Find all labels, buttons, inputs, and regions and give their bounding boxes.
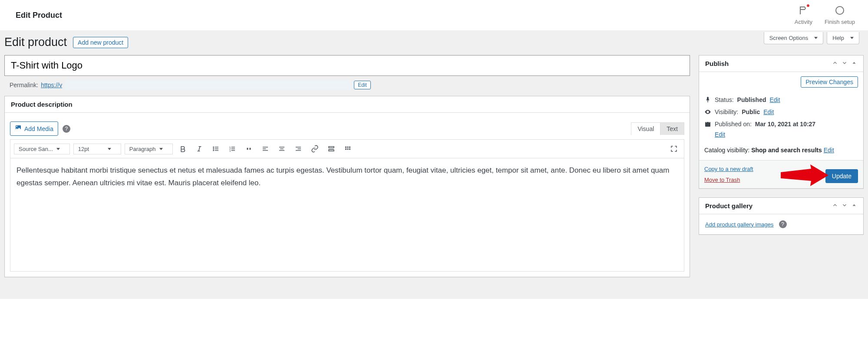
bold-button[interactable]	[176, 142, 189, 155]
circle-icon	[835, 5, 845, 17]
editor-toolbar: Source San... 12pt Paragraph	[10, 140, 684, 158]
move-down-button[interactable]	[842, 202, 848, 210]
topbar-title: Edit Product	[16, 11, 62, 20]
pin-icon	[704, 96, 711, 103]
svg-text:3: 3	[229, 150, 231, 152]
activity-button[interactable]: Activity	[795, 5, 812, 25]
flag-icon	[798, 5, 809, 17]
toggle-panel-button[interactable]	[851, 202, 857, 210]
product-description-panel: Product description Add Media	[4, 96, 690, 277]
permalink-redacted	[65, 80, 351, 90]
add-media-button[interactable]: Add Media	[10, 121, 58, 136]
svg-marker-34	[853, 62, 856, 64]
catalog-label: Catalog visibility:	[704, 147, 749, 154]
numbered-list-button[interactable]: 123	[226, 142, 239, 155]
visibility-label: Visibility:	[715, 108, 738, 115]
screen-options-label: Screen Options	[769, 35, 809, 41]
tab-visual[interactable]: Visual	[631, 123, 660, 135]
move-down-button[interactable]	[842, 60, 848, 67]
calendar-icon	[704, 121, 711, 128]
permalink-label: Permalink:	[10, 82, 38, 88]
panel-title: Product description	[11, 101, 73, 108]
svg-rect-30	[349, 147, 350, 148]
status-edit-link[interactable]: Edit	[770, 96, 780, 103]
screen-options-button[interactable]: Screen Options	[764, 32, 824, 44]
permalink-edit-button[interactable]: Edit	[354, 81, 371, 89]
italic-button[interactable]	[193, 142, 206, 155]
svg-line-3	[198, 147, 200, 151]
editor-wrap: Source San... 12pt Paragraph	[10, 139, 684, 272]
svg-rect-31	[345, 148, 347, 150]
svg-rect-33	[349, 148, 350, 150]
add-media-label: Add Media	[24, 125, 53, 132]
visibility-value: Public	[742, 108, 760, 115]
toggle-panel-button[interactable]	[851, 60, 857, 67]
finish-setup-button[interactable]: Finish setup	[825, 5, 855, 25]
link-button[interactable]	[308, 142, 321, 155]
permalink-link[interactable]: https://v	[41, 82, 62, 88]
chevron-down-icon	[814, 37, 818, 39]
align-right-button[interactable]	[292, 142, 305, 155]
finish-setup-label: Finish setup	[825, 19, 855, 25]
panel-title: Product gallery	[705, 202, 752, 210]
visibility-edit-link[interactable]: Edit	[763, 108, 774, 115]
chevron-down-icon	[56, 148, 60, 150]
chevron-down-icon	[159, 148, 163, 150]
permalink-row: Permalink: https://v Edit	[4, 76, 690, 96]
page-title: Edit product	[4, 36, 67, 49]
help-icon: ?	[63, 125, 70, 133]
add-new-product-button[interactable]: Add new product	[73, 37, 128, 48]
help-icon: ?	[779, 220, 787, 228]
product-gallery-panel: Product gallery Add product gallery imag…	[699, 197, 864, 235]
preview-changes-button[interactable]: Preview Changes	[801, 76, 858, 88]
font-size-select[interactable]: 12pt	[73, 144, 121, 154]
screen-meta-links: Screen Options Help	[764, 30, 859, 44]
svg-rect-32	[347, 148, 348, 150]
update-button[interactable]: Update	[825, 169, 858, 183]
catalog-value: Shop and search results	[751, 147, 822, 154]
svg-marker-40	[853, 204, 856, 206]
help-label: Help	[832, 35, 844, 41]
tab-text[interactable]: Text	[660, 123, 684, 135]
help-button[interactable]: Help	[827, 32, 859, 44]
bullet-list-button[interactable]	[209, 142, 222, 155]
format-select[interactable]: Paragraph	[125, 144, 173, 154]
svg-rect-29	[347, 147, 348, 148]
published-value: Mar 10, 2021 at 10:27	[755, 121, 815, 128]
published-label: Published on:	[715, 121, 752, 128]
page-header: Edit product Add new product	[4, 30, 864, 52]
svg-point-4	[213, 147, 214, 148]
chevron-down-icon	[850, 37, 854, 39]
status-label: Status:	[715, 96, 734, 103]
editor-content[interactable]: Pellentesque habitant morbi tristique se…	[10, 158, 684, 271]
svg-point-0	[836, 7, 844, 14]
panel-title: Publish	[705, 60, 729, 67]
activity-label: Activity	[795, 19, 812, 25]
svg-rect-27	[329, 150, 334, 151]
publish-panel: Publish Preview Changes Status:	[699, 55, 864, 189]
product-title-input[interactable]	[4, 55, 690, 76]
admin-topbar: Edit Product Activity Finish setup	[0, 0, 868, 30]
insert-more-button[interactable]	[325, 142, 338, 155]
add-gallery-images-link[interactable]: Add product gallery images	[705, 221, 774, 228]
published-edit-link[interactable]: Edit	[715, 131, 858, 138]
align-left-button[interactable]	[259, 142, 272, 155]
media-icon	[15, 124, 22, 133]
chevron-down-icon	[108, 148, 111, 150]
toolbar-toggle-button[interactable]	[341, 142, 354, 155]
status-value: Published	[737, 96, 766, 103]
catalog-edit-link[interactable]: Edit	[824, 147, 834, 154]
topbar-right: Activity Finish setup	[795, 5, 855, 25]
fullscreen-button[interactable]	[667, 142, 680, 155]
eye-icon	[704, 108, 711, 115]
align-center-button[interactable]	[275, 142, 288, 155]
move-up-button[interactable]	[832, 202, 838, 210]
svg-point-5	[213, 148, 214, 149]
move-up-button[interactable]	[832, 60, 838, 67]
svg-point-6	[213, 150, 214, 151]
svg-rect-28	[345, 147, 347, 148]
blockquote-button[interactable]	[242, 142, 255, 155]
font-family-select[interactable]: Source San...	[14, 144, 70, 154]
svg-rect-25	[329, 147, 334, 148]
